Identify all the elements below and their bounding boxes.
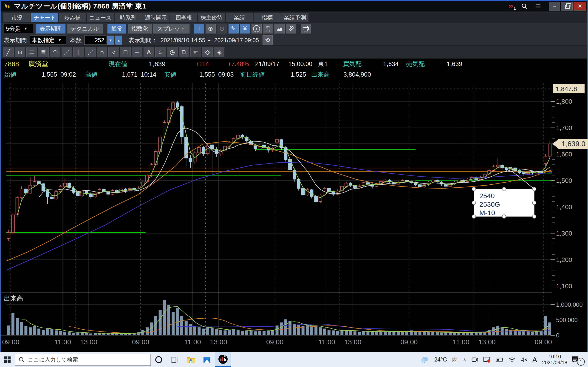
range-label: 表示期間： <box>129 36 157 44</box>
ime-mode-indicator[interactable]: A <box>532 356 537 364</box>
mail-button[interactable] <box>199 352 215 367</box>
toolbar-button-テクニカル[interactable]: テクニカル <box>67 24 103 33</box>
toolbar-button-表示期間[interactable]: 表示期間 <box>36 24 65 33</box>
battery-icon[interactable] <box>496 357 503 362</box>
toolbar-button-指数化[interactable]: 指数化 <box>128 24 152 33</box>
taskbar-search-input[interactable]: ここに入力して検索 <box>15 354 151 366</box>
menu-icon[interactable]: ☰ <box>536 3 541 10</box>
screen-record-icon[interactable] <box>483 357 491 363</box>
pencil-icon[interactable]: ✎ <box>229 24 239 33</box>
tab-四季報[interactable]: 四季報 <box>170 13 197 22</box>
vertical-lines-icon[interactable]: ∥ <box>73 47 84 57</box>
pentagon-icon[interactable]: ⌂ <box>97 47 107 57</box>
wrench-icon[interactable] <box>286 24 296 33</box>
zoom-in-icon[interactable]: ⊕ <box>206 24 216 33</box>
rectangle-icon[interactable]: □ <box>120 47 131 57</box>
toolbar-button-スプレッド[interactable]: スプレッド <box>153 24 190 33</box>
close-button[interactable]: ✕ <box>573 2 586 10</box>
icon-stamp-icon[interactable]: ☺ <box>155 47 166 57</box>
count-up-button[interactable]: ▲ <box>115 35 122 45</box>
cortana-button[interactable] <box>151 352 167 367</box>
svg-text:1,000,000: 1,000,000 <box>556 301 583 308</box>
timeframe-select[interactable]: 5分足▼ <box>4 24 33 33</box>
ellipse-icon[interactable]: ○ <box>108 47 119 57</box>
area-chart-icon[interactable] <box>275 24 285 33</box>
info-icon[interactable]: i <box>251 24 262 33</box>
svg-text:13:00: 13:00 <box>80 338 97 346</box>
hand-select-icon[interactable]: ☛ <box>190 47 201 57</box>
tab-市況[interactable]: 市況 <box>3 13 31 22</box>
cortana-icon <box>155 356 163 364</box>
quote2-field: 安値 <box>164 70 177 79</box>
link-icon[interactable]: ∞1 <box>509 2 513 10</box>
count-label: 本数 <box>70 36 82 44</box>
tray-chevron-icon[interactable]: ∧ <box>463 357 466 362</box>
notification-badge[interactable]: 1 <box>577 358 585 366</box>
quote2-field: 高値 <box>85 70 98 79</box>
tab-時系列[interactable]: 時系列 <box>115 13 142 22</box>
tab-業績[interactable]: 業績 <box>226 13 253 22</box>
time-cycle-icon[interactable]: ◷ <box>167 47 178 57</box>
printer-icon[interactable] <box>301 24 311 33</box>
windows-taskbar: ここに入力して検索 R <box>0 352 588 367</box>
tab-適時開示[interactable]: 適時開示 <box>142 13 170 22</box>
erase-all-icon[interactable]: ◈ <box>214 47 225 57</box>
search-icon[interactable] <box>521 3 528 10</box>
fan-lines-icon[interactable]: ⋰ <box>61 47 72 57</box>
svg-text:1,600: 1,600 <box>556 151 572 158</box>
text-icon[interactable]: A <box>144 47 154 57</box>
my-candle-icon[interactable]: MY╷╿╷ <box>263 24 273 33</box>
period-mode-select[interactable]: 本数指定▼ <box>30 35 66 45</box>
svg-text:R: R <box>224 355 226 358</box>
tab-歩み値[interactable]: 歩み値 <box>59 13 86 22</box>
tab-ニュース[interactable]: ニュース <box>87 13 114 22</box>
quote1-field: 廣済堂 <box>28 59 48 69</box>
svg-text:11:00: 11:00 <box>318 338 335 346</box>
svg-text:M-10: M-10 <box>479 209 495 217</box>
yen-icon[interactable]: ¥ <box>240 24 250 33</box>
tab-指標[interactable]: 指標 <box>254 13 281 22</box>
weather-condition[interactable]: 雨 <box>452 356 458 363</box>
file-explorer-button[interactable] <box>183 352 199 367</box>
copy-object-icon[interactable]: ⧉ <box>179 47 189 57</box>
camera-icon[interactable] <box>471 357 478 363</box>
tab-チャート[interactable]: チャート <box>31 13 58 22</box>
trading-app-button[interactable]: R <box>215 352 231 367</box>
chart-area[interactable]: 1,1001,2001,3001,4001,5001,6001,7001,800… <box>1 80 588 353</box>
clock-time: 10:10 <box>542 354 567 360</box>
weather-icon[interactable] <box>420 356 429 364</box>
volume-muted-icon[interactable] <box>520 357 527 362</box>
main-toolbar: 5分足▼ 表示期間テクニカル通常指数化スプレッド＋⊕⊖✎¥iMY╷╿╷ <box>1 23 587 35</box>
erase-one-icon[interactable]: ◇ <box>202 47 213 57</box>
weather-temp[interactable]: 24°C <box>434 356 447 363</box>
taskbar-clock[interactable]: 10:10 2021/09/18 <box>542 354 567 366</box>
search-placeholder: ここに入力して検索 <box>28 356 78 363</box>
tab-株主優待[interactable]: 株主優待 <box>198 13 225 22</box>
zoom-out-icon[interactable]: ⊖ <box>217 24 227 33</box>
svg-text:09:00: 09:00 <box>400 338 418 346</box>
parallel-lines2-icon[interactable]: ☰ <box>26 47 37 57</box>
minimize-button[interactable]: – <box>549 2 560 10</box>
quote1-field: 売気配 <box>406 60 425 68</box>
svg-text:09:00: 09:00 <box>266 338 284 346</box>
fibonacci-arc-icon[interactable]: ◠ <box>50 47 61 57</box>
quote1-field: 1,639 <box>447 60 462 68</box>
trend-line-icon[interactable]: ╱ <box>3 47 14 57</box>
parallel-lines4-icon[interactable]: ≣ <box>38 47 49 57</box>
ruler-icon[interactable]: ⧄ <box>15 47 25 57</box>
toolbar-button-通常[interactable]: 通常 <box>107 24 126 33</box>
task-view-button[interactable] <box>167 352 183 367</box>
restore-button[interactable] <box>561 2 573 10</box>
wifi-icon[interactable] <box>509 357 515 362</box>
crosshair-plus-icon[interactable]: ＋ <box>194 24 204 33</box>
angle-fan-icon[interactable]: ⋰ <box>85 47 95 57</box>
quote2-field: 1,565 <box>42 71 57 78</box>
count-down-button[interactable]: ▼ <box>107 35 114 45</box>
tab-業績予測[interactable]: 業績予測 <box>281 13 309 22</box>
start-button[interactable] <box>0 352 15 367</box>
search-icon <box>19 357 25 363</box>
horizontal-line-icon[interactable]: ─ <box>132 47 142 57</box>
range-value: 2021/09/10 14:55 ～ 2021/09/17 09:05 <box>161 36 259 44</box>
bar-count-input[interactable]: 252 <box>84 35 106 45</box>
reset-range-button[interactable]: ⟲ <box>262 35 273 45</box>
